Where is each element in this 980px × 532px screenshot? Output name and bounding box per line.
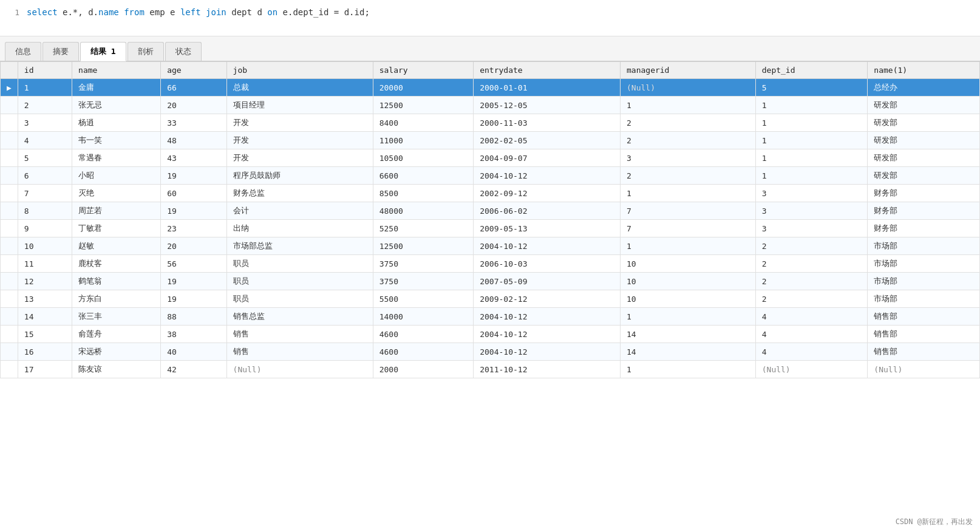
table-row[interactable]: 13方东白19职员55002009-02-12102市场部 <box>1 290 980 308</box>
table-row[interactable]: 5常遇春43开发105002004-09-0731研发部 <box>1 149 980 167</box>
col-deptid: dept_id <box>755 62 868 79</box>
table-row[interactable]: ▶1金庸66总裁200002000-01-01(Null)5总经办 <box>1 79 980 97</box>
table-cell: 33 <box>161 114 226 132</box>
table-cell: 7 <box>18 185 72 202</box>
table-cell: 4 <box>755 343 868 361</box>
table-row[interactable]: 16宋远桥40销售46002004-10-12144销售部 <box>1 343 980 361</box>
table-cell: 灭绝 <box>72 185 161 202</box>
table-cell: 韦一笑 <box>72 132 161 149</box>
table-cell: 市场部 <box>868 237 980 255</box>
table-cell: 3750 <box>373 273 474 290</box>
table-row[interactable]: 10赵敏20市场部总监125002004-10-1212市场部 <box>1 237 980 255</box>
tab-status[interactable]: 状态 <box>165 42 202 61</box>
table-cell: 1 <box>755 132 868 149</box>
table-cell: 研发部 <box>868 132 980 149</box>
table-cell: 研发部 <box>868 114 980 132</box>
table-row[interactable]: 3杨逍33开发84002000-11-0321研发部 <box>1 114 980 132</box>
table-row[interactable]: 15俞莲舟38销售46002004-10-12144销售部 <box>1 326 980 343</box>
table-header: id name age job salary entrydate manager… <box>1 62 980 79</box>
tab-result1[interactable]: 结果 1 <box>80 42 126 61</box>
table-cell: 10500 <box>373 149 474 167</box>
kw-left: left <box>180 7 201 17</box>
sql-text6: e.dept_id = d.id; <box>283 7 370 17</box>
table-row[interactable]: 2张无忌20项目经理125002005-12-0511研发部 <box>1 97 980 114</box>
tab-summary[interactable]: 摘要 <box>43 42 79 61</box>
table-cell: 5250 <box>373 220 474 237</box>
table-row[interactable]: 14张三丰88销售总监140002004-10-1214销售部 <box>1 308 980 326</box>
table-cell: 1 <box>755 97 868 114</box>
row-indicator <box>1 326 18 343</box>
table-cell: 11000 <box>373 132 474 149</box>
table-cell: 7 <box>621 220 756 237</box>
table-cell: 17 <box>18 361 72 378</box>
table-cell: 48000 <box>373 202 474 220</box>
table-cell: 13 <box>18 290 72 308</box>
row-indicator <box>1 167 18 185</box>
table-cell: 15 <box>18 326 72 343</box>
row-indicator <box>1 255 18 273</box>
table-cell: 2 <box>621 167 756 185</box>
row-indicator: ▶ <box>1 79 18 97</box>
table-cell: 10 <box>18 237 72 255</box>
table-cell: (Null) <box>868 361 980 378</box>
table-row[interactable]: 9丁敏君23出纳52502009-05-1373财务部 <box>1 220 980 237</box>
table-cell: 市场部 <box>868 290 980 308</box>
table-cell: 2 <box>755 255 868 273</box>
table-cell: 19 <box>161 273 226 290</box>
table-cell: 40 <box>161 343 226 361</box>
row-indicator <box>1 273 18 290</box>
table-cell: 市场部总监 <box>226 237 373 255</box>
table-cell: 3750 <box>373 255 474 273</box>
table-cell: 1 <box>621 97 756 114</box>
table-row[interactable]: 6小昭19程序员鼓励师66002004-10-1221研发部 <box>1 167 980 185</box>
row-indicator <box>1 132 18 149</box>
table-cell: 66 <box>161 79 226 97</box>
table-cell: 1 <box>621 185 756 202</box>
results-table: id name age job salary entrydate manager… <box>0 61 980 378</box>
row-indicator <box>1 361 18 378</box>
tabs-bar: 信息 摘要 结果 1 剖析 状态 <box>0 36 980 61</box>
table-cell: 14 <box>18 308 72 326</box>
row-indicator <box>1 202 18 220</box>
table-cell: 2004-09-07 <box>474 149 621 167</box>
table-row[interactable]: 17陈友谅42(Null)20002011-10-121(Null)(Null) <box>1 361 980 378</box>
table-cell: 2 <box>18 97 72 114</box>
sql-text5: dept d <box>231 7 267 17</box>
table-cell: 2000-11-03 <box>474 114 621 132</box>
row-indicator <box>1 237 18 255</box>
table-row[interactable]: 11鹿杖客56职员37502006-10-03102市场部 <box>1 255 980 273</box>
kw-from: from <box>124 7 145 17</box>
table-row[interactable]: 12鹤笔翁19职员37502007-05-09102市场部 <box>1 273 980 290</box>
table-cell: 2007-05-09 <box>474 273 621 290</box>
table-cell: 8500 <box>373 185 474 202</box>
row-indicator <box>1 149 18 167</box>
table-cell: 8 <box>18 202 72 220</box>
col-managerid: managerid <box>621 62 756 79</box>
table-cell: 19 <box>161 167 226 185</box>
table-cell: 10 <box>621 255 756 273</box>
table-row[interactable]: 7灭绝60财务总监85002002-09-1213财务部 <box>1 185 980 202</box>
line-number: 1 <box>5 8 19 17</box>
table-cell: 销售部 <box>868 326 980 343</box>
table-cell: 研发部 <box>868 97 980 114</box>
table-cell: 14 <box>621 326 756 343</box>
table-cell: 6600 <box>373 167 474 185</box>
table-cell: 16 <box>18 343 72 361</box>
col-indicator <box>1 62 18 79</box>
table-cell: 陈友谅 <box>72 361 161 378</box>
table-cell: 张三丰 <box>72 308 161 326</box>
table-row[interactable]: 8周芷若19会计480002006-06-0273财务部 <box>1 202 980 220</box>
tab-info[interactable]: 信息 <box>5 42 41 61</box>
table-cell: 56 <box>161 255 226 273</box>
table-cell: (Null) <box>226 361 373 378</box>
col-id: id <box>18 62 72 79</box>
tab-analysis[interactable]: 剖析 <box>128 42 164 61</box>
table-cell: 赵敏 <box>72 237 161 255</box>
table-row[interactable]: 4韦一笑48开发110002002-02-0521研发部 <box>1 132 980 149</box>
table-cell: 20 <box>161 97 226 114</box>
table-cell: 4 <box>755 326 868 343</box>
row-indicator <box>1 220 18 237</box>
table-cell: 研发部 <box>868 149 980 167</box>
sql-text: e.*, d. <box>63 7 98 17</box>
table-cell: 60 <box>161 185 226 202</box>
